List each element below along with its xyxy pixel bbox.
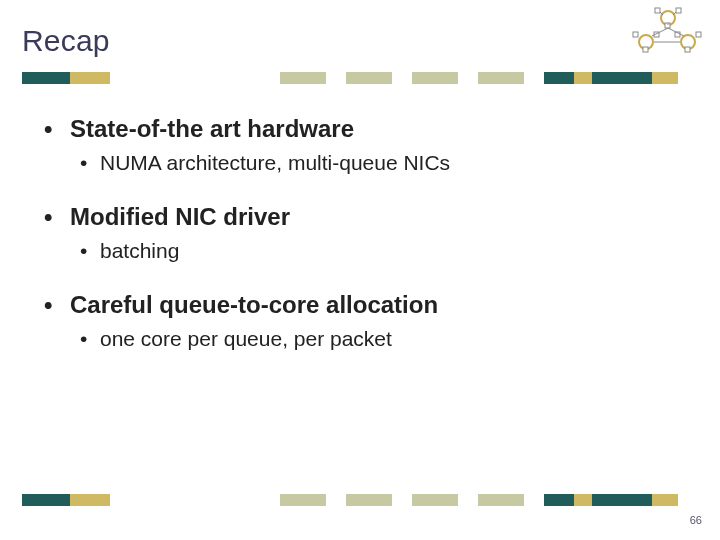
svg-rect-14	[685, 47, 690, 52]
svg-rect-8	[633, 32, 638, 37]
bullet-level1: State-of-the art hardware	[70, 115, 680, 143]
bullet-level1: Careful queue-to-core allocation	[70, 291, 680, 319]
page-number: 66	[690, 514, 702, 526]
decorative-bar-bottom	[22, 494, 678, 506]
slide-body: State-of-the art hardware NUMA architect…	[70, 115, 680, 351]
numa-cluster-icon	[628, 6, 708, 56]
svg-rect-10	[643, 47, 648, 52]
svg-rect-2	[676, 8, 681, 13]
bullet-level1: Modified NIC driver	[70, 203, 680, 231]
bullet-level2: NUMA architecture, multi-queue NICs	[100, 151, 680, 175]
bullet-level2: batching	[100, 239, 680, 263]
svg-rect-1	[655, 8, 660, 13]
bullet-level2: one core per queue, per packet	[100, 327, 680, 351]
decorative-bar-top	[22, 72, 678, 84]
svg-rect-13	[696, 32, 701, 37]
slide-title: Recap	[22, 24, 110, 58]
